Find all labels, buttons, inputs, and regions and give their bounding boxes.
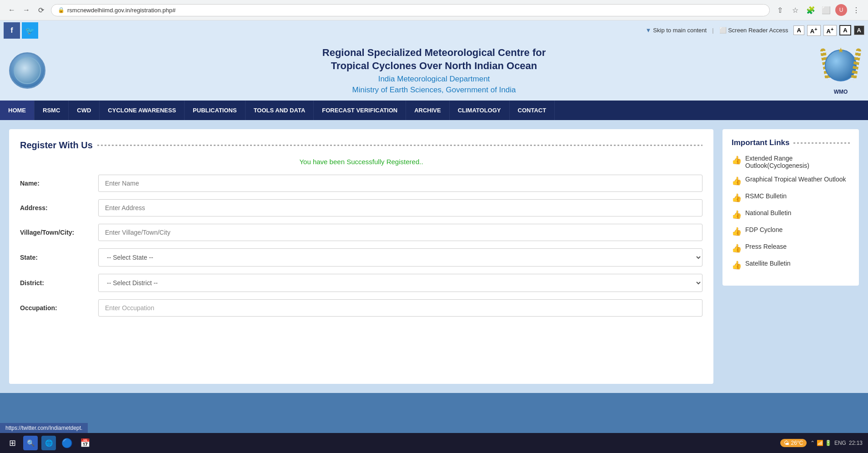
facebook-icon: f [10,26,13,35]
address-bar[interactable]: 🔒 rsmcnewdelhiimd.gov.in/registration.ph… [51,4,770,16]
wmo-star-icon: ★ [838,46,844,55]
wmo-emblem: ★ [823,46,859,87]
sidebar-link-label-6: Press Release [745,243,787,250]
share-button[interactable]: ⇧ [773,4,786,16]
thumb-icon-6: 👍 [732,243,742,253]
imd-logo [9,52,45,89]
screen-reader-label: Screen Reader Access [728,27,788,34]
address-input[interactable] [98,199,702,216]
browser-chrome: ← → ⟳ 🔒 rsmcnewdelhiimd.gov.in/registrat… [0,0,868,20]
nav-publications[interactable]: PUBLICATIONS [185,101,246,120]
font-large-button[interactable]: A+ [823,25,837,36]
nav-archive[interactable]: ARCHIVE [406,101,450,120]
thumb-icon-4: 👍 [732,210,742,220]
extensions-button[interactable]: 🧩 [804,4,817,16]
font-size-controls: A A+ A+ A A [793,25,864,36]
social-icons: f 🐦 [4,22,38,39]
tab-button[interactable]: ⬜ [820,4,833,16]
district-row: District: -- Select District -- [20,274,702,292]
social-bar: f 🐦 ▼ Skip to main content | ⬜ Screen Re… [0,20,868,40]
thumb-icon-5: 👍 [732,226,742,237]
sidebar-link-national-bulletin[interactable]: 👍 National Bulletin [732,209,850,220]
district-select[interactable]: -- Select District -- [98,274,702,292]
nav-forecast-verification[interactable]: FORECAST VERIFICATION [314,101,406,120]
thumb-icon-1: 👍 [732,155,742,165]
wmo-container: ★ WMO [823,46,859,95]
nav-rsmc[interactable]: RSMC [35,101,69,120]
url-text: rsmcnewdelhiimd.gov.in/registration.php# [67,7,176,14]
nav-contact[interactable]: CONTACT [510,101,555,120]
skip-label: Skip to main content [653,27,707,34]
sidebar-link-graphical-tropical[interactable]: 👍 Graphical Tropical Weather Outlook [732,176,850,186]
bookmark-button[interactable]: ☆ [789,4,802,16]
sidebar-link-press-release[interactable]: 👍 Press Release [732,243,850,253]
sidebar-link-fdp-cyclone[interactable]: 👍 FDP Cyclone [732,226,850,237]
village-label: Village/Town/City: [20,229,93,236]
imd-logo-inner [14,57,41,84]
nav-tools-data[interactable]: TOOLS AND DATA [246,101,314,120]
sidebar-title-line [793,142,850,144]
success-message: You have been Successfully Registered.. [20,158,702,166]
nav-home[interactable]: HOME [0,101,35,120]
separator: | [712,27,713,34]
sidebar-link-satellite-bulletin[interactable]: 👍 Satellite Bulletin [732,260,850,270]
village-row: Village/Town/City: [20,224,702,241]
sidebar-link-rsmc-bulletin[interactable]: 👍 RSMC Bulletin [732,192,850,203]
address-row: Address: [20,199,702,216]
forward-button[interactable]: → [20,4,33,16]
sidebar-link-label-4: National Bulletin [745,209,791,216]
name-label: Name: [20,180,93,187]
header-title: Regional Specialized Meteorological Cent… [45,46,823,94]
browser-actions: ⇧ ☆ 🧩 ⬜ U ⋮ [773,4,863,16]
occupation-label: Occupation: [20,304,93,312]
twitter-icon: 🐦 [25,26,35,35]
back-button[interactable]: ← [5,4,18,16]
occupation-input[interactable]: Enter Occupation [98,299,702,317]
thumb-icon-3: 👍 [732,193,742,203]
district-label: District: [20,279,93,287]
site-title-line1: Regional Specialized Meteorological Cent… [45,46,823,72]
sidebar-link-label-5: FDP Cyclone [745,226,783,233]
thumb-icon-7: 👍 [732,260,742,270]
nav-climatology[interactable]: CLIMATOLOGY [450,101,510,120]
name-input[interactable] [98,175,702,192]
skip-arrow-icon: ▼ [645,27,651,34]
accessibility-bar: ▼ Skip to main content | ⬜ Screen Reader… [645,25,864,36]
sidebar-link-label-1: Extended Range Outlook(Cyclogenesis) [745,155,850,169]
nav-buttons: ← → ⟳ [5,4,47,16]
skip-link[interactable]: ▼ Skip to main content [645,27,707,34]
state-row: State: -- Select State -- [20,248,702,267]
sidebar-title-text: Important Links [732,138,790,147]
font-medium-button[interactable]: A+ [807,25,821,36]
sidebar-card: Important Links 👍 Extended Range Outlook… [722,129,859,286]
section-title-line [97,145,702,146]
sidebar-title: Important Links [732,138,850,147]
main-nav: HOME RSMC CWD CYCLONE AWARENESS PUBLICAT… [0,101,868,120]
site-subtitle2: Ministry of Earth Sciences, Government o… [45,86,823,95]
profile-avatar[interactable]: U [835,4,847,16]
thumb-icon-2: 👍 [732,176,742,186]
village-input[interactable] [98,224,702,241]
occupation-row: Occupation: Enter Occupation [20,299,702,317]
lock-icon: 🔒 [58,7,65,13]
screen-reader-link[interactable]: ⬜ Screen Reader Access [719,27,788,34]
site-subtitle1: India Meteorological Department [45,75,823,84]
refresh-button[interactable]: ⟳ [35,4,47,16]
page-container: Register With Us You have been Successfu… [0,120,868,393]
section-title-text: Register With Us [20,140,93,151]
state-label: State: [20,254,93,261]
menu-button[interactable]: ⋮ [850,4,863,16]
sidebar-link-extended-range[interactable]: 👍 Extended Range Outlook(Cyclogenesis) [732,155,850,169]
font-dark-button[interactable]: A [854,25,864,35]
main-content: Register With Us You have been Successfu… [9,129,713,384]
font-contrast-button[interactable]: A [839,25,851,35]
screen-reader-icon: ⬜ [719,27,727,34]
sidebar-link-label-7: Satellite Bulletin [745,260,791,267]
font-small-button[interactable]: A [793,25,804,35]
twitter-button[interactable]: 🐦 [22,22,38,39]
nav-cwd[interactable]: CWD [69,101,100,120]
nav-cyclone-awareness[interactable]: CYCLONE AWARENESS [100,101,185,120]
state-select[interactable]: -- Select State -- [98,248,702,267]
facebook-button[interactable]: f [4,22,20,39]
sidebar-link-label-2: Graphical Tropical Weather Outlook [745,176,846,183]
